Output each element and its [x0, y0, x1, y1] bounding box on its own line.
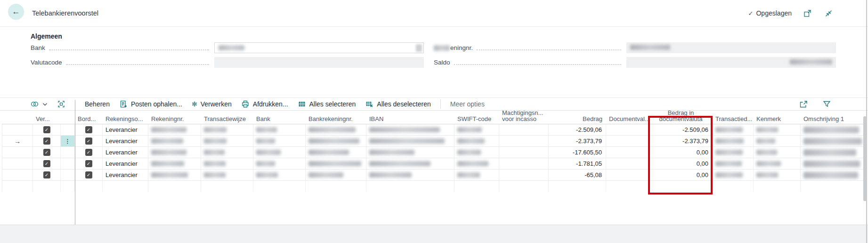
saldo-input[interactable] — [626, 57, 836, 68]
cell-rekeningnr[interactable] — [148, 124, 201, 136]
ver-checkbox[interactable]: ✓ — [43, 149, 50, 156]
cell-dots[interactable] — [61, 170, 75, 181]
cell-kenmerk[interactable] — [754, 147, 801, 158]
cell-documentval[interactable] — [606, 136, 650, 147]
column-header-swift[interactable]: SWIFT-code — [454, 111, 499, 124]
layout-button[interactable] — [57, 100, 65, 108]
cell-bank[interactable] — [253, 147, 306, 158]
cell-bankrekeningnr[interactable] — [306, 158, 366, 170]
cell-bedrag[interactable]: -65,08 — [549, 170, 606, 181]
cell-swift[interactable] — [454, 158, 499, 170]
column-header-machtiging[interactable]: Machtigingsn...voor incasso — [499, 111, 549, 124]
cell-dots[interactable] — [61, 158, 75, 170]
cell-documentval[interactable] — [606, 147, 650, 158]
table-row[interactable]: ✓✓Leverancier-17.605,500,00 — [2, 147, 866, 158]
posten-ophalen-button[interactable]: Posten ophalen... — [119, 100, 182, 108]
cell-omschrijving[interactable] — [801, 170, 866, 181]
column-header-bord[interactable]: Bord... — [75, 111, 103, 124]
rekeningnr-input[interactable] — [626, 42, 836, 53]
bord-checkbox[interactable]: ✓ — [85, 171, 92, 178]
cell-bedrag_dv[interactable]: 0,00 — [650, 170, 713, 181]
cell-kenmerk[interactable] — [754, 136, 801, 147]
cell-ver[interactable]: ✓ — [33, 158, 61, 170]
bord-checkbox[interactable]: ✓ — [85, 126, 92, 133]
cell-omschrijving[interactable] — [801, 147, 866, 158]
column-header-bedrag_dv[interactable]: Bedrag indocumentvaluta — [650, 111, 713, 124]
afdrukken-button[interactable]: Afdrukken... — [241, 100, 288, 108]
cell-machtiging[interactable] — [499, 170, 549, 181]
cell-rekeningsoort[interactable]: Leverancier — [103, 136, 148, 147]
column-header-kenmerk[interactable]: Kenmerk — [754, 111, 801, 124]
cell-bedrag_dv[interactable]: 0,00 — [650, 158, 713, 170]
filter-button[interactable] — [821, 99, 832, 109]
cell-machtiging[interactable] — [499, 136, 549, 147]
ver-checkbox[interactable]: ✓ — [43, 160, 50, 167]
cell-iban[interactable] — [366, 158, 454, 170]
cell-bord[interactable]: ✓ — [75, 158, 103, 170]
cell-bord[interactable]: ✓ — [75, 124, 103, 136]
views-button[interactable] — [30, 100, 48, 108]
cell-bankrekeningnr[interactable] — [306, 136, 366, 147]
cell-omschrijving[interactable] — [801, 124, 866, 136]
cell-ver[interactable]: ✓ — [33, 147, 61, 158]
cell-bedrag[interactable]: -2.373,79 — [549, 136, 606, 147]
cell-bedrag[interactable]: -2.509,06 — [549, 124, 606, 136]
cell-bedrag_dv[interactable]: -2.509,06 — [650, 124, 713, 136]
cell-swift[interactable] — [454, 170, 499, 181]
cell-rekeningnr[interactable] — [148, 147, 201, 158]
cell-transactied[interactable] — [713, 147, 754, 158]
bord-checkbox[interactable]: ✓ — [85, 138, 92, 145]
table-row[interactable]: ✓✓Leverancier-2.509,06-2.509,06 — [2, 124, 866, 136]
cell-bedrag_dv[interactable]: 0,00 — [650, 147, 713, 158]
column-header-omschrijving[interactable]: Omschrijving 1 — [801, 111, 866, 124]
bord-checkbox[interactable]: ✓ — [85, 149, 92, 156]
cell-kenmerk[interactable] — [754, 124, 801, 136]
cell-swift[interactable] — [454, 124, 499, 136]
bank-lookup-caret[interactable] — [416, 44, 422, 52]
cell-iban[interactable] — [366, 136, 454, 147]
cell-ver[interactable]: ✓ — [33, 124, 61, 136]
column-header-iban[interactable]: IBAN — [366, 111, 454, 124]
table-row[interactable]: ✓✓Leverancier-1.781,050,00 — [2, 158, 866, 170]
cell-transactiewijze[interactable] — [201, 136, 253, 147]
column-header-documentval[interactable]: Documentval... — [606, 111, 650, 124]
cell-transactied[interactable] — [713, 136, 754, 147]
cell-omschrijving[interactable] — [801, 158, 866, 170]
cell-bedrag[interactable]: -17.605,50 — [549, 147, 606, 158]
cell-machtiging[interactable] — [499, 158, 549, 170]
cell-rekeningsoort[interactable]: Leverancier — [103, 158, 148, 170]
cell-documentval[interactable] — [606, 170, 650, 181]
verwerken-button[interactable]: ✻ Verwerken — [192, 100, 232, 108]
cell-bank[interactable] — [253, 124, 306, 136]
vertical-scrollbar[interactable] — [863, 116, 867, 201]
column-header-transactiewijze[interactable]: Transactiewijze — [201, 111, 253, 124]
cell-bord[interactable]: ✓ — [75, 136, 103, 147]
cell-iban[interactable] — [366, 170, 454, 181]
meer-opties-button[interactable]: Meer opties — [450, 100, 485, 108]
back-button[interactable]: ← — [8, 4, 24, 20]
column-header-bank[interactable]: Bank — [253, 111, 306, 124]
cell-bedrag_dv[interactable]: -2.373,79 — [650, 136, 713, 147]
ver-checkbox[interactable]: ✓ — [43, 126, 50, 133]
cell-documentval[interactable] — [606, 158, 650, 170]
cell-rekeningnr[interactable] — [148, 170, 201, 181]
alles-deselecteren-button[interactable]: Alles deselecteren — [365, 100, 430, 108]
cell-transactiewijze[interactable] — [201, 170, 253, 181]
cell-dots[interactable] — [61, 124, 75, 136]
cell-rekeningnr[interactable] — [148, 158, 201, 170]
empty-table-row[interactable] — [2, 181, 866, 192]
alles-selecteren-button[interactable]: Alles selecteren — [298, 100, 356, 108]
cell-bank[interactable] — [253, 136, 306, 147]
cell-kenmerk[interactable] — [754, 170, 801, 181]
beheren-button[interactable]: Beheren — [85, 100, 110, 108]
valutacode-input[interactable] — [214, 57, 424, 68]
bank-input[interactable] — [214, 42, 424, 53]
cell-bord[interactable]: ✓ — [75, 170, 103, 181]
column-header-rekeningsoort[interactable]: Rekeningso... — [103, 111, 148, 124]
cell-iban[interactable] — [366, 147, 454, 158]
cell-machtiging[interactable] — [499, 124, 549, 136]
cell-bank[interactable] — [253, 158, 306, 170]
cell-bank[interactable] — [253, 170, 306, 181]
cell-ver[interactable]: ✓ — [33, 136, 61, 147]
ver-checkbox[interactable]: ✓ — [43, 171, 50, 178]
